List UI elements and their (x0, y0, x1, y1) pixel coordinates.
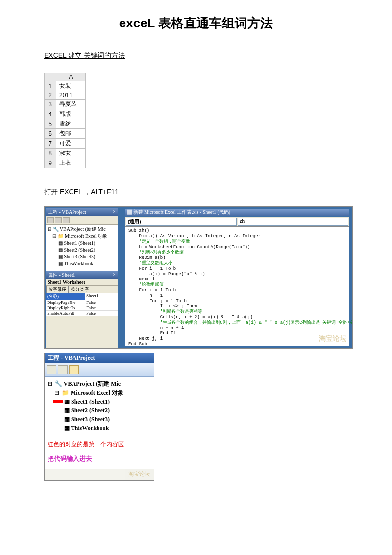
row-header: 3 (45, 100, 56, 109)
tree-workbook[interactable]: ▦ ThisWorkbook (47, 424, 152, 432)
title-text: 工程 - VBAProject (48, 354, 95, 362)
props-grid: (名称)Sheet1 DisplayPageBreFalse DisplayRi… (46, 293, 118, 316)
watermark: 淘宝论坛 (45, 469, 154, 480)
project-title-text: 工程 - VBAProject (48, 209, 86, 216)
row-header: 9 (45, 158, 56, 168)
section-heading-2: 打开 EXCEL ，ALT+F11 (44, 188, 348, 197)
annotation-pink: 把代码输入进去 (45, 451, 154, 469)
code-window: (通用) zh Sub zh() Dim a() As Variant, b A… (125, 217, 349, 346)
row-header: 7 (45, 139, 56, 149)
vba-code-area: ▦ 新建 Microsoft Excel 工作表.xls - Sheet1 (代… (122, 208, 351, 348)
row-header: 4 (45, 109, 56, 119)
row-header: 6 (45, 129, 56, 139)
code-window-title: ▦ 新建 Microsoft Excel 工作表.xls - Sheet1 (代… (125, 209, 349, 216)
tree-sheet3[interactable]: ▦ Sheet3 (Sheet3) (47, 415, 152, 424)
toolbar-button[interactable] (47, 365, 56, 374)
toolbar-button[interactable] (58, 365, 68, 374)
toolbar-button[interactable] (69, 365, 79, 374)
tree-workbook[interactable]: ▦ ThisWorkbook (48, 260, 116, 267)
tree-sheet1[interactable]: ▦ Sheet1 (Sheet1) (47, 397, 152, 406)
close-icon[interactable]: × (113, 209, 116, 216)
prop-value[interactable]: False (85, 300, 118, 305)
project-tree: ⊟ 🔧 VBAProject (新建 Mic ⊟ 📁 Microsoft Exc… (46, 225, 118, 271)
cell: 包邮 (56, 129, 86, 139)
toolbar-button[interactable] (55, 217, 62, 223)
props-tabs: 按字母序 按分类序 (46, 286, 118, 293)
props-panel-title: 属性 - Sheet1 × (46, 271, 118, 279)
row-header: 8 (45, 149, 56, 158)
corner-cell (45, 73, 56, 81)
prop-name[interactable]: (名称) (46, 293, 85, 300)
tree-sheet1[interactable]: ▦ Sheet1 (Sheet1) (48, 240, 116, 247)
cell: 上衣 (56, 158, 86, 168)
object-dropdown[interactable]: (通用) (126, 218, 237, 226)
toolbar-button[interactable] (63, 217, 70, 223)
watermark: 淘宝论坛 (319, 334, 346, 343)
tree-root[interactable]: ⊟ 🔧 VBAProject (新建 Mic (47, 379, 152, 388)
prop-name[interactable]: DisplayRightTo (46, 305, 85, 310)
prop-value[interactable]: False (85, 311, 118, 316)
tree-folder[interactable]: ⊟ 📁 Microsoft Excel 对象 (48, 233, 116, 240)
cell: 韩版 (56, 109, 86, 119)
project-toolbar (45, 363, 154, 377)
tree-sheet3[interactable]: ▦ Sheet3 (Sheet3) (48, 253, 116, 260)
annotation-red: 红色的对应的是第一个内容区 (45, 435, 154, 451)
prop-name[interactable]: DisplayPageBre (46, 300, 85, 305)
cell: 雪纺 (56, 119, 86, 129)
tab-alpha[interactable]: 按字母序 (46, 286, 69, 293)
row-header: 2 (45, 91, 56, 100)
cell: 淑女 (56, 149, 86, 158)
vba-project-closeup: 工程 - VBAProject ⊟ 🔧 VBAProject (新建 Mic ⊟… (44, 353, 154, 481)
prop-name[interactable]: EnableAutoFilt (46, 311, 85, 316)
vba-left-panel: 工程 - VBAProject × ⊟ 🔧 VBAProject (新建 Mic… (46, 208, 118, 348)
row-header: 1 (45, 81, 56, 91)
row-header: 5 (45, 119, 56, 129)
tree-sheet2[interactable]: ▦ Sheet2 (Sheet2) (47, 406, 152, 415)
vba-editor-screenshot: 工程 - VBAProject × ⊟ 🔧 VBAProject (新建 Mic… (44, 206, 353, 349)
project-panel-title: 工程 - VBAProject × (46, 208, 118, 216)
project-toolbar (46, 216, 118, 225)
page-title: exceL 表格直通车组词方法 (44, 15, 348, 32)
props-title-text: 属性 - Sheet1 (48, 272, 75, 278)
tree-sheet2[interactable]: ▦ Sheet2 (Sheet2) (48, 247, 116, 253)
prop-value[interactable]: False (85, 305, 118, 310)
project-tree: ⊟ 🔧 VBAProject (新建 Mic ⊟ 📁 Microsoft Exc… (45, 377, 154, 435)
close-icon[interactable]: × (113, 272, 116, 278)
props-object-selector[interactable]: Sheet1 Worksheet (46, 279, 118, 286)
cell: 可爱 (56, 139, 86, 149)
tree-folder[interactable]: ⊟ 📁 Microsoft Excel 对象 (47, 388, 152, 397)
procedure-dropdown[interactable]: zh (238, 218, 348, 226)
excel-keyword-table: A 1女装 22011 3春夏装 4韩版 5雪纺 6包邮 7可爱 8淑女 9上衣 (44, 73, 86, 168)
code-editor[interactable]: Sub zh() Dim a() As Variant, b As Intege… (125, 227, 349, 349)
prop-value[interactable]: Sheet1 (85, 293, 118, 300)
tree-root[interactable]: ⊟ 🔧 VBAProject (新建 Mic (48, 226, 116, 233)
cell: 2011 (56, 91, 86, 100)
section-heading-1: EXCEL 建立 关键词的方法 (44, 51, 348, 60)
red-arrow-icon (53, 400, 63, 403)
cell: 春夏装 (56, 100, 86, 109)
tab-category[interactable]: 按分类序 (69, 286, 91, 293)
project-panel-title: 工程 - VBAProject (45, 353, 154, 363)
col-header-a: A (56, 73, 86, 81)
toolbar-button[interactable] (47, 217, 54, 223)
cell: 女装 (56, 81, 86, 91)
